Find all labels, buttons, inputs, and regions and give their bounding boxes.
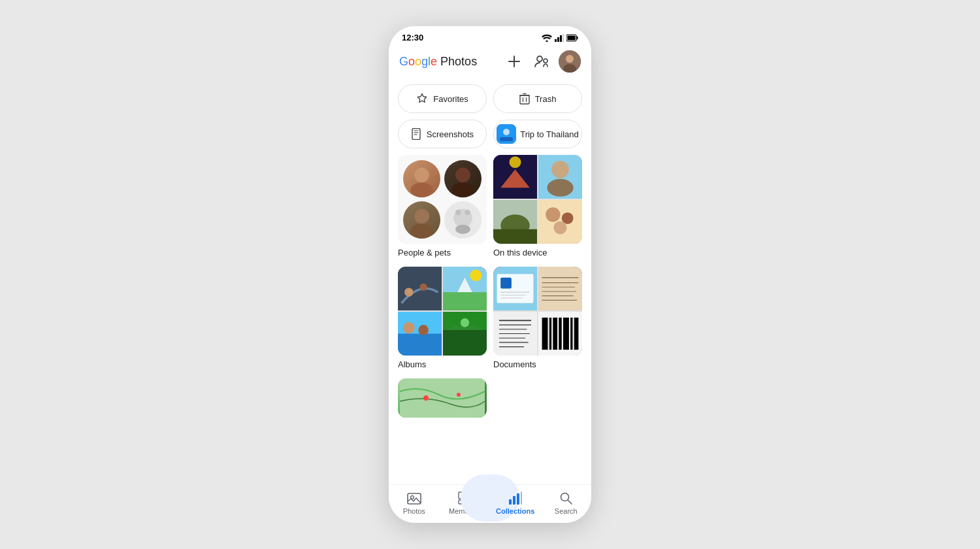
- svg-point-34: [455, 225, 470, 234]
- quick-access-row-2: Screenshots Trip to Thailand: [398, 120, 582, 148]
- svg-rect-56: [398, 334, 442, 356]
- svg-point-30: [451, 182, 474, 197]
- svg-rect-3: [560, 35, 562, 42]
- screenshots-button[interactable]: Screenshots: [398, 120, 487, 148]
- partial-section: [398, 378, 582, 418]
- favorites-label: Favorites: [433, 94, 468, 104]
- svg-point-36: [465, 210, 470, 216]
- svg-rect-20: [412, 129, 420, 140]
- phone-frame: 12:30 G: [389, 26, 591, 523]
- svg-rect-60: [443, 330, 487, 356]
- svg-rect-87: [559, 318, 561, 350]
- google-photos-logo: Google Photos: [399, 55, 477, 69]
- svg-rect-15: [520, 95, 529, 104]
- trash-label: Trash: [535, 94, 557, 104]
- add-button[interactable]: [504, 51, 525, 72]
- device-photo-3: [493, 200, 537, 244]
- search-nav-icon: [558, 490, 574, 506]
- trip-thumbnail: [497, 124, 516, 144]
- svg-rect-53: [443, 292, 487, 310]
- albums-documents-section: Albums: [398, 267, 582, 369]
- albums-card[interactable]: Albums: [398, 267, 487, 369]
- svg-point-11: [544, 59, 547, 63]
- svg-point-92: [423, 395, 429, 401]
- device-label: On this device: [493, 248, 582, 258]
- documents-card[interactable]: Documents: [493, 267, 582, 369]
- status-icons: [542, 34, 578, 42]
- svg-rect-6: [577, 36, 578, 39]
- doc-photo-2: [538, 267, 582, 310]
- svg-point-27: [414, 167, 429, 182]
- device-card[interactable]: On this device: [493, 155, 582, 258]
- favorites-button[interactable]: Favorites: [398, 84, 487, 113]
- avatar[interactable]: [559, 50, 581, 73]
- doc-photo-4: [538, 312, 582, 356]
- screenshots-label: Screenshots: [427, 129, 474, 139]
- documents-label: Documents: [493, 359, 582, 369]
- svg-rect-100: [509, 499, 512, 505]
- svg-rect-1: [555, 39, 557, 42]
- album-photo-4: [443, 312, 487, 356]
- svg-point-13: [566, 55, 574, 63]
- device-photo-1: [493, 155, 537, 199]
- svg-point-10: [537, 56, 542, 61]
- svg-rect-88: [563, 318, 569, 350]
- svg-rect-7: [568, 35, 576, 40]
- status-time: 12:30: [402, 33, 423, 42]
- svg-point-31: [414, 208, 429, 224]
- svg-rect-102: [517, 493, 519, 505]
- person-3: [403, 201, 440, 239]
- people-label: People & pets: [398, 248, 487, 258]
- device-grid: [493, 155, 582, 244]
- battery-icon: [566, 34, 578, 42]
- svg-point-61: [461, 318, 469, 327]
- quick-access-row-1: Favorites Trash: [398, 84, 582, 113]
- trash-button[interactable]: Trash: [493, 84, 582, 113]
- doc-photo-1: [493, 267, 537, 310]
- status-bar: 12:30: [389, 26, 591, 46]
- people-pets-card[interactable]: People & pets: [398, 155, 487, 258]
- svg-rect-101: [513, 496, 515, 505]
- svg-point-41: [547, 179, 573, 197]
- svg-point-58: [418, 325, 429, 335]
- app-header: Google Photos: [389, 46, 591, 79]
- svg-point-50: [404, 288, 413, 296]
- collections-nav-icon: [508, 490, 523, 506]
- trip-label: Trip to Thailand: [520, 129, 579, 139]
- svg-rect-86: [553, 318, 557, 350]
- documents-grid: [493, 267, 582, 356]
- svg-rect-84: [542, 318, 548, 350]
- nav-collections[interactable]: Collections: [490, 490, 541, 515]
- trip-thailand-button[interactable]: Trip to Thailand: [493, 120, 582, 148]
- svg-point-104: [561, 493, 569, 501]
- svg-rect-64: [500, 278, 512, 289]
- svg-rect-103: [521, 491, 522, 505]
- share-people-button[interactable]: [531, 51, 552, 72]
- bottom-nav: Photos Memories: [389, 484, 591, 523]
- nav-photos[interactable]: Photos: [389, 490, 440, 515]
- svg-point-32: [410, 224, 433, 239]
- album-photo-1: [398, 267, 442, 310]
- svg-point-25: [503, 129, 510, 135]
- partial-spacer: [493, 378, 582, 418]
- svg-point-57: [403, 322, 415, 334]
- header-actions: [504, 50, 581, 73]
- wifi-icon: [542, 34, 552, 42]
- svg-point-51: [420, 284, 427, 291]
- svg-rect-85: [549, 318, 551, 350]
- signal-icon: [555, 34, 564, 42]
- svg-point-46: [546, 207, 560, 222]
- svg-point-28: [410, 182, 433, 197]
- svg-line-105: [568, 501, 572, 505]
- collections-nav-label: Collections: [496, 507, 534, 515]
- svg-rect-91: [400, 378, 485, 418]
- map-card[interactable]: [398, 378, 487, 418]
- screenshot-icon: [411, 128, 421, 140]
- albums-label: Albums: [398, 359, 487, 369]
- svg-rect-2: [557, 37, 559, 42]
- nav-search[interactable]: Search: [541, 490, 592, 515]
- svg-point-29: [455, 167, 470, 182]
- svg-rect-89: [570, 318, 572, 350]
- star-icon: [416, 93, 428, 105]
- svg-rect-44: [493, 229, 537, 244]
